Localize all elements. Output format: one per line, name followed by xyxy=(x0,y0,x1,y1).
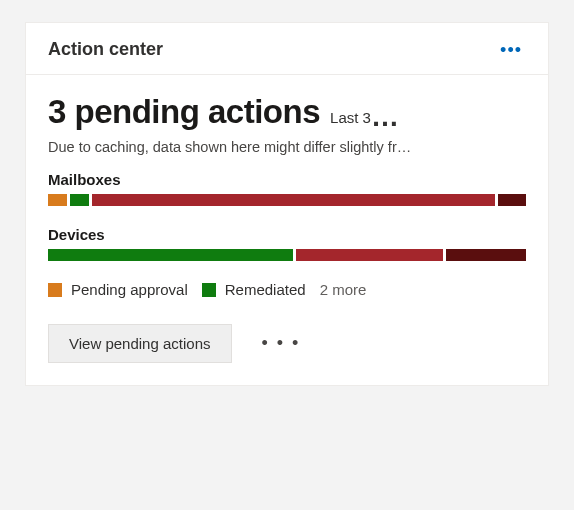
headline-row: 3 pending actions Last 3… xyxy=(48,93,526,131)
actions-row: View pending actions • • • xyxy=(48,324,526,363)
legend-row: Pending approval Remediated 2 more xyxy=(48,281,526,298)
card-body: 3 pending actions Last 3… Due to caching… xyxy=(26,75,548,363)
pending-count-headline: 3 pending actions xyxy=(48,93,320,131)
bar-segment xyxy=(92,194,495,206)
bar-segment xyxy=(48,249,293,261)
swatch-pending-icon xyxy=(48,283,62,297)
card-more-icon[interactable]: ••• xyxy=(496,41,526,59)
legend-remediated-label: Remediated xyxy=(225,281,306,298)
legend-pending[interactable]: Pending approval xyxy=(48,281,188,298)
legend-pending-label: Pending approval xyxy=(71,281,188,298)
bar-segment xyxy=(48,194,67,206)
card-header: Action center ••• xyxy=(26,23,548,75)
caching-note: Due to caching, data shown here might di… xyxy=(48,139,526,155)
devices-label: Devices xyxy=(48,226,526,243)
bar-segment xyxy=(70,194,89,206)
view-pending-actions-button[interactable]: View pending actions xyxy=(48,324,232,363)
swatch-remediated-icon xyxy=(202,283,216,297)
legend-remediated[interactable]: Remediated xyxy=(202,281,306,298)
card-title: Action center xyxy=(48,39,163,60)
bar-segment xyxy=(498,194,526,206)
bar-segment xyxy=(446,249,526,261)
mailboxes-label: Mailboxes xyxy=(48,171,526,188)
truncate-dots-icon: … xyxy=(371,101,400,132)
secondary-more-icon[interactable]: • • • xyxy=(262,333,301,354)
legend-more-link[interactable]: 2 more xyxy=(320,281,367,298)
bar-segment xyxy=(296,249,442,261)
time-range-text: Last 3 xyxy=(330,109,371,126)
action-center-card: Action center ••• 3 pending actions Last… xyxy=(25,22,549,386)
time-range-label: Last 3… xyxy=(330,100,400,128)
mailboxes-bar xyxy=(48,194,526,206)
devices-bar xyxy=(48,249,526,261)
